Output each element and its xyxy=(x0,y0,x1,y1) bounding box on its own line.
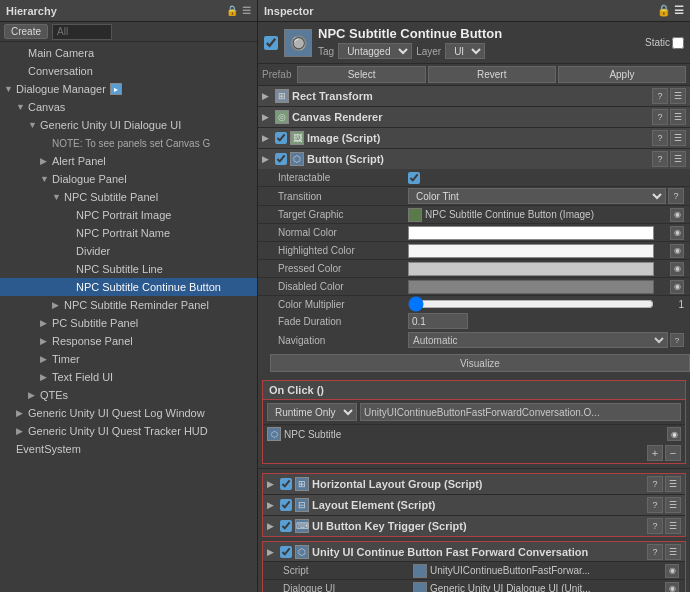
onclick-add-btn[interactable]: + xyxy=(647,445,663,461)
list-item-selected[interactable]: NPC Subtitle Continue Button xyxy=(0,278,257,296)
highlighted-color-swatch[interactable] xyxy=(408,244,654,258)
image-script-header[interactable]: ▶ 🖼 Image (Script) ? ☰ xyxy=(258,128,690,148)
color-multiplier-slider[interactable] xyxy=(408,297,654,311)
list-item[interactable]: ▶ Generic Unity UI Quest Tracker HUD xyxy=(0,422,257,440)
list-item[interactable]: ▶ Alert Panel xyxy=(0,152,257,170)
dialogue-manager-icon: ▸ xyxy=(110,83,122,95)
script-check[interactable] xyxy=(280,546,292,558)
target-graphic-picker-btn[interactable]: ◉ xyxy=(670,208,684,222)
layout-element-header[interactable]: ▶ ⊟ Layout Element (Script) ? ☰ xyxy=(263,495,685,515)
list-item[interactable]: ▶ Response Panel xyxy=(0,332,257,350)
highlighted-color-row: Highlighted Color ◉ xyxy=(258,242,690,260)
list-item[interactable]: ▼ Canvas xyxy=(0,98,257,116)
list-item[interactable]: ▶ NPC Subtitle Reminder Panel xyxy=(0,296,257,314)
canvas-renderer-header[interactable]: ▶ ◎ Canvas Renderer ? ☰ xyxy=(258,107,690,127)
object-active-checkbox[interactable] xyxy=(264,36,278,50)
navigation-dropdown[interactable]: Automatic xyxy=(408,332,668,348)
rect-transform-menu-btn[interactable]: ☰ xyxy=(670,88,686,104)
select-button[interactable]: Select xyxy=(297,66,425,83)
list-item[interactable]: EventSystem xyxy=(0,440,257,458)
list-item[interactable]: NPC Subtitle Line xyxy=(0,260,257,278)
canvas-renderer-help-btn[interactable]: ? xyxy=(652,109,668,125)
script-value-icon xyxy=(413,564,427,578)
list-item[interactable]: NOTE: To see panels set Canvas G xyxy=(0,134,257,152)
list-item[interactable]: Divider xyxy=(0,242,257,260)
button-script-menu-btn[interactable]: ☰ xyxy=(670,151,686,167)
list-item[interactable]: ▶ QTEs xyxy=(0,386,257,404)
apply-button[interactable]: Apply xyxy=(558,66,686,83)
rect-transform-component: ▶ ⊞ Rect Transform ? ☰ xyxy=(258,86,690,107)
rect-transform-header[interactable]: ▶ ⊞ Rect Transform ? ☰ xyxy=(258,86,690,106)
list-item[interactable]: NPC Portrait Image xyxy=(0,206,257,224)
pressed-color-row: Pressed Color ◉ xyxy=(258,260,690,278)
list-item[interactable]: ▼ Dialogue Manager ▸ xyxy=(0,80,257,98)
dialogue-ui-picker-btn[interactable]: ◉ xyxy=(665,582,679,593)
fade-duration-input[interactable] xyxy=(408,313,468,329)
list-item[interactable]: ▼ Dialogue Panel xyxy=(0,170,257,188)
button-script-check[interactable] xyxy=(275,153,287,165)
interactable-checkbox[interactable] xyxy=(408,172,420,184)
list-item[interactable]: ▶ Timer xyxy=(0,350,257,368)
ui-button-key-trigger-header[interactable]: ▶ ⌨ UI Button Key Trigger (Script) ? ☰ xyxy=(263,516,685,536)
create-button[interactable]: Create xyxy=(4,24,48,39)
revert-button[interactable]: Revert xyxy=(428,66,556,83)
horizontal-layout-menu-btn[interactable]: ☰ xyxy=(665,476,681,492)
onclick-method-input[interactable] xyxy=(360,403,681,421)
object-name: NPC Subtitle Continue Button xyxy=(318,26,639,41)
navigation-help-btn[interactable]: ? xyxy=(670,333,684,347)
image-script-check[interactable] xyxy=(275,132,287,144)
onclick-del-btn[interactable]: − xyxy=(665,445,681,461)
transition-help-btn[interactable]: ? xyxy=(668,188,684,204)
ui-button-key-trigger-check[interactable] xyxy=(280,520,292,532)
list-item[interactable]: NPC Portrait Name xyxy=(0,224,257,242)
hierarchy-lock-icon: 🔒 xyxy=(226,5,238,16)
layer-dropdown[interactable]: UI xyxy=(445,43,485,59)
script-arrow: ▶ xyxy=(267,547,277,557)
layout-element-check[interactable] xyxy=(280,499,292,511)
image-script-menu-btn[interactable]: ☰ xyxy=(670,130,686,146)
list-item[interactable]: ▼ NPC Subtitle Panel xyxy=(0,188,257,206)
image-script-help-btn[interactable]: ? xyxy=(652,130,668,146)
button-script-help-btn[interactable]: ? xyxy=(652,151,668,167)
list-item[interactable]: ▶ PC Subtitle Panel xyxy=(0,314,257,332)
target-graphic-label: Target Graphic xyxy=(278,209,408,220)
script-section-header[interactable]: ▶ ⬡ Unity UI Continue Button Fast Forwar… xyxy=(263,542,685,562)
normal-color-swatch[interactable] xyxy=(408,226,654,240)
horizontal-layout-check[interactable] xyxy=(280,478,292,490)
visualize-button[interactable]: Visualize xyxy=(270,354,690,372)
rect-transform-help-btn[interactable]: ? xyxy=(652,88,668,104)
horizontal-layout-header[interactable]: ▶ ⊞ Horizontal Layout Group (Script) ? ☰ xyxy=(263,474,685,494)
hierarchy-search-input[interactable] xyxy=(52,24,112,40)
onclick-section: On Click () Runtime Only ⬡ NPC Subtitle … xyxy=(262,380,686,464)
disabled-color-picker-btn[interactable]: ◉ xyxy=(670,280,684,294)
transition-dropdown[interactable]: Color Tint xyxy=(408,188,666,204)
list-item[interactable]: ▼ Generic Unity UI Dialogue UI xyxy=(0,116,257,134)
list-item[interactable]: ▶ Generic Unity UI Quest Log Window xyxy=(0,404,257,422)
normal-color-picker-btn[interactable]: ◉ xyxy=(670,226,684,240)
script-help-btn[interactable]: ? xyxy=(647,544,663,560)
static-checkbox[interactable] xyxy=(672,37,684,49)
list-item[interactable]: Main Camera xyxy=(0,44,257,62)
runtime-dropdown[interactable]: Runtime Only xyxy=(267,403,357,421)
fade-duration-row: Fade Duration xyxy=(258,312,690,330)
list-item[interactable]: Conversation xyxy=(0,62,257,80)
color-multiplier-label: Color Multiplier xyxy=(278,299,408,310)
disabled-color-swatch[interactable] xyxy=(408,280,654,294)
onclick-obj-picker[interactable]: ◉ xyxy=(667,427,681,441)
layout-element-help-btn[interactable]: ? xyxy=(647,497,663,513)
ui-button-key-trigger-help-btn[interactable]: ? xyxy=(647,518,663,534)
pressed-color-swatch[interactable] xyxy=(408,262,654,276)
script-menu-btn[interactable]: ☰ xyxy=(665,544,681,560)
object-icon: 🔘 xyxy=(284,29,312,57)
canvas-renderer-menu-btn[interactable]: ☰ xyxy=(670,109,686,125)
highlighted-color-picker-btn[interactable]: ◉ xyxy=(670,244,684,258)
button-script-header[interactable]: ▶ ⬡ Button (Script) ? ☰ xyxy=(258,149,690,169)
ui-button-key-trigger-menu-btn[interactable]: ☰ xyxy=(665,518,681,534)
color-multiplier-row: Color Multiplier 1 xyxy=(258,296,690,312)
list-item[interactable]: ▶ Text Field UI xyxy=(0,368,257,386)
horizontal-layout-help-btn[interactable]: ? xyxy=(647,476,663,492)
pressed-color-picker-btn[interactable]: ◉ xyxy=(670,262,684,276)
tag-dropdown[interactable]: Untagged xyxy=(338,43,412,59)
script-picker-btn[interactable]: ◉ xyxy=(665,564,679,578)
layout-element-menu-btn[interactable]: ☰ xyxy=(665,497,681,513)
